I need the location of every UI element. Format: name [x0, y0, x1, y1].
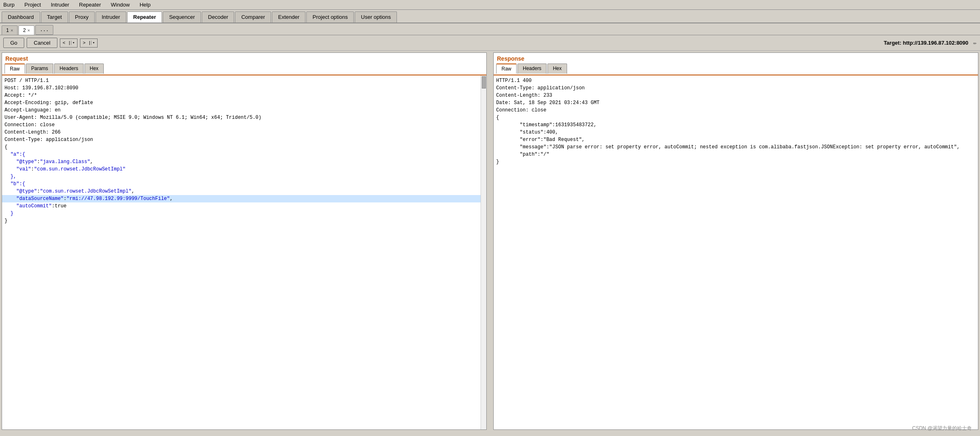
- response-tab-raw[interactable]: Raw: [496, 64, 517, 74]
- tab-extender[interactable]: Extender: [272, 11, 305, 23]
- target-edit-icon[interactable]: ✏: [973, 39, 977, 46]
- repeater-tab-dots[interactable]: ...: [35, 25, 53, 35]
- tab-proxy[interactable]: Proxy: [69, 11, 95, 23]
- menu-intruder[interactable]: Intruder: [49, 1, 71, 9]
- menu-window[interactable]: Window: [109, 1, 131, 9]
- nav-tab-bar: Dashboard Target Proxy Intruder Repeater…: [0, 10, 980, 23]
- repeater-tab-1-label: 1: [6, 27, 9, 33]
- menu-repeater[interactable]: Repeater: [77, 1, 103, 9]
- fwd-arrow: > |: [83, 41, 91, 45]
- repeater-tab-1-close[interactable]: ×: [11, 28, 13, 33]
- tab-comparer[interactable]: Comparer: [235, 11, 271, 23]
- request-scrollbar-thumb[interactable]: [482, 76, 486, 89]
- repeater-tab-2[interactable]: 2 ×: [18, 25, 34, 35]
- toolbar: Go Cancel < | ▾ > | ▾ Target: http://139…: [0, 35, 980, 51]
- watermark: CSDN @渴望力量的哈士奇: [912, 425, 972, 432]
- fwd-dropdown[interactable]: ▾: [91, 41, 95, 45]
- go-button[interactable]: Go: [3, 38, 24, 48]
- nav-fwd-button[interactable]: > | ▾: [80, 39, 98, 48]
- repeater-tab-2-label: 2: [23, 27, 26, 33]
- menu-project[interactable]: Project: [23, 1, 42, 9]
- response-tab-hex[interactable]: Hex: [547, 64, 567, 74]
- tab-intruder[interactable]: Intruder: [96, 11, 126, 23]
- response-content[interactable]: HTTP/1.1 400Content-Type: application/js…: [494, 75, 978, 429]
- repeater-tab-2-close[interactable]: ×: [27, 28, 30, 33]
- menu-burp[interactable]: Burp: [2, 1, 16, 9]
- menu-bar: Burp Project Intruder Repeater Window He…: [0, 0, 980, 10]
- back-arrow: < |: [63, 41, 71, 45]
- request-tab-headers[interactable]: Headers: [54, 64, 83, 74]
- panel-divider[interactable]: [488, 51, 492, 431]
- tab-project-options[interactable]: Project options: [306, 11, 354, 23]
- request-scrollbar-container: POST / HTTP/1.1Host: 139.196.87.102:8090…: [2, 75, 486, 429]
- main-area: Request Raw Params Headers Hex POST / HT…: [0, 51, 980, 431]
- response-panel: Response Raw Headers Hex HTTP/1.1 400Con…: [493, 52, 978, 430]
- cancel-button[interactable]: Cancel: [27, 38, 57, 48]
- tab-dashboard[interactable]: Dashboard: [2, 11, 40, 23]
- tab-user-options[interactable]: User options: [355, 11, 397, 23]
- request-scrollbar[interactable]: [481, 75, 486, 429]
- repeater-tab-1[interactable]: 1 ×: [2, 25, 18, 35]
- back-dropdown[interactable]: ▾: [71, 41, 75, 45]
- request-tabs: Raw Params Headers Hex: [2, 63, 486, 75]
- request-content[interactable]: POST / HTTP/1.1Host: 139.196.87.102:8090…: [2, 75, 481, 429]
- request-panel: Request Raw Params Headers Hex POST / HT…: [2, 52, 487, 430]
- request-title: Request: [2, 53, 486, 63]
- target-label: Target: http://139.196.87.102:8090: [884, 40, 968, 46]
- tab-sequencer[interactable]: Sequencer: [163, 11, 201, 23]
- response-title: Response: [494, 53, 978, 63]
- repeater-tab-bar: 1 × 2 × ...: [0, 23, 980, 35]
- nav-back-button[interactable]: < | ▾: [60, 39, 77, 48]
- request-tab-hex[interactable]: Hex: [84, 64, 104, 74]
- response-tab-headers[interactable]: Headers: [517, 64, 547, 74]
- tab-repeater[interactable]: Repeater: [127, 11, 162, 23]
- menu-help[interactable]: Help: [138, 1, 152, 9]
- tab-target[interactable]: Target: [41, 11, 68, 23]
- tab-decoder[interactable]: Decoder: [202, 11, 234, 23]
- request-tab-raw[interactable]: Raw: [5, 64, 25, 74]
- request-tab-params[interactable]: Params: [26, 64, 53, 74]
- response-tabs: Raw Headers Hex: [494, 63, 978, 75]
